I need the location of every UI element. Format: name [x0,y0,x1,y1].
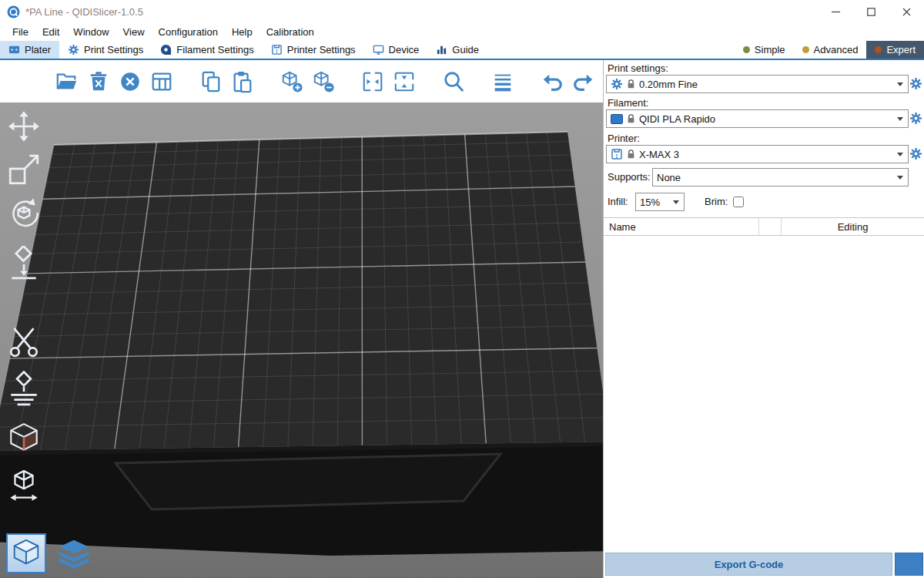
editor-cube-icon [10,537,42,570]
gear-icon [611,78,623,90]
print-profile-value: 0.20mm Fine [639,79,698,90]
filament-value: QIDI PLA Rapido [639,113,715,125]
filament-settings-gear-button[interactable] [909,112,922,125]
undo-icon[interactable] [539,69,565,95]
chevron-down-icon [897,82,903,86]
editor-view-button[interactable] [6,533,46,573]
mode-simple[interactable]: Simple [735,41,794,59]
minimize-button[interactable] [818,0,853,23]
column-header-extruder [758,218,782,235]
title-bar: *PA Line - QIDISlicer-1.0.5 [0,0,924,23]
infill-value: 15% [640,197,660,208]
tab-label: Filament Settings [176,44,253,55]
redo-icon[interactable] [571,69,597,95]
tab-plater[interactable]: Plater [0,41,59,59]
menu-item-edit[interactable]: Edit [35,25,66,39]
delete-all-icon[interactable] [117,69,143,95]
window-title: *PA Line - QIDISlicer-1.0.5 [25,6,143,18]
scale-icon[interactable] [6,152,42,187]
print-settings-icon [68,44,79,55]
maximize-button[interactable] [853,0,889,23]
plater-icon [8,44,20,55]
supports-label: Supports: [608,168,651,187]
print-profile-select[interactable]: 0.20mm Fine [606,75,909,93]
device-icon [373,44,384,55]
supports-select[interactable]: None [652,168,909,187]
settings-panel: Print settings: 0.20mm Fine Filament: QI… [603,60,924,578]
plater-viewport[interactable] [0,60,603,578]
column-header-name[interactable]: Name [604,221,758,233]
app-window: *PA Line - QIDISlicer-1.0.5 File Edit Wi… [0,0,924,578]
filament-color-swatch [611,114,623,124]
chevron-down-icon [897,153,903,156]
mode-label: Advanced [814,44,859,55]
printer-settings-gear-button[interactable] [909,147,922,160]
export-gcode-button[interactable]: Export G-code [605,553,892,576]
infill-select[interactable]: 15% [635,193,685,211]
arrange-icon[interactable] [149,69,175,95]
tab-label: Plater [25,44,51,55]
print-bed [0,102,603,578]
supports-value: None [657,172,681,183]
object-list[interactable] [604,236,924,547]
filament-select[interactable]: QIDI PLA Rapido [606,109,909,128]
preview-view-button[interactable] [54,533,94,573]
delete-icon[interactable] [85,69,112,95]
add-instance-icon[interactable] [279,69,305,95]
rotate-icon[interactable] [6,195,42,230]
tab-print-settings[interactable]: Print Settings [59,41,152,59]
printer-select[interactable]: X-MAX 3 [606,145,909,163]
app-logo-icon [7,5,20,18]
close-button[interactable] [889,0,924,23]
variable-layer-height-icon[interactable] [490,69,516,95]
column-header-editing[interactable]: Editing [782,221,924,233]
scene-3d[interactable] [0,102,603,578]
tab-printer-settings[interactable]: Printer Settings [263,41,364,59]
menu-item-view[interactable]: View [116,25,152,39]
printer-settings-icon [271,44,283,55]
brim-label: Brim: [705,193,728,211]
advanced-mode-dot-icon [802,46,809,53]
menu-item-window[interactable]: Window [66,25,116,39]
infill-label: Infill: [608,193,628,211]
measure-icon[interactable] [6,421,42,456]
guide-icon [436,44,447,55]
mode-expert[interactable]: Expert [866,41,924,59]
search-icon[interactable] [440,69,467,95]
tab-filament-settings[interactable]: Filament Settings [152,41,262,59]
chevron-down-icon [673,200,679,204]
menu-item-file[interactable]: File [5,25,35,39]
arrange-width-icon[interactable] [6,469,42,504]
move-icon[interactable] [6,109,42,144]
simple-mode-dot-icon [743,46,750,53]
mode-advanced[interactable]: Advanced [794,41,867,59]
place-on-face-icon[interactable] [6,246,42,281]
remove-instance-icon[interactable] [310,69,336,95]
filament-label: Filament: [608,97,648,109]
print-settings-label: Print settings: [608,62,668,74]
mode-label: Expert [886,44,916,55]
mode-label: Simple [755,44,785,55]
tab-guide[interactable]: Guide [427,41,487,59]
view-switcher [6,533,94,573]
brim-checkbox[interactable] [733,197,744,207]
paste-icon[interactable] [229,69,256,95]
mode-switcher: Simple Advanced Expert [735,41,924,59]
paint-support-icon[interactable] [6,371,42,406]
menu-item-help[interactable]: Help [225,25,259,39]
menu-item-configuration[interactable]: Configuration [152,25,225,39]
tab-device[interactable]: Device [364,41,428,59]
split-to-objects-icon[interactable] [360,69,386,95]
cut-icon[interactable] [6,324,42,360]
printer-icon [611,148,623,160]
plater-toolbar [0,60,603,102]
split-to-parts-icon[interactable] [391,69,417,95]
copy-icon[interactable] [198,69,224,95]
filament-settings-icon [160,44,172,55]
print-settings-gear-button[interactable] [909,77,922,90]
open-project-icon[interactable] [54,69,80,95]
chevron-down-icon [897,117,903,121]
lock-icon [627,149,635,160]
menu-item-calibration[interactable]: Calibration [259,25,321,39]
export-options-button[interactable] [895,553,923,576]
